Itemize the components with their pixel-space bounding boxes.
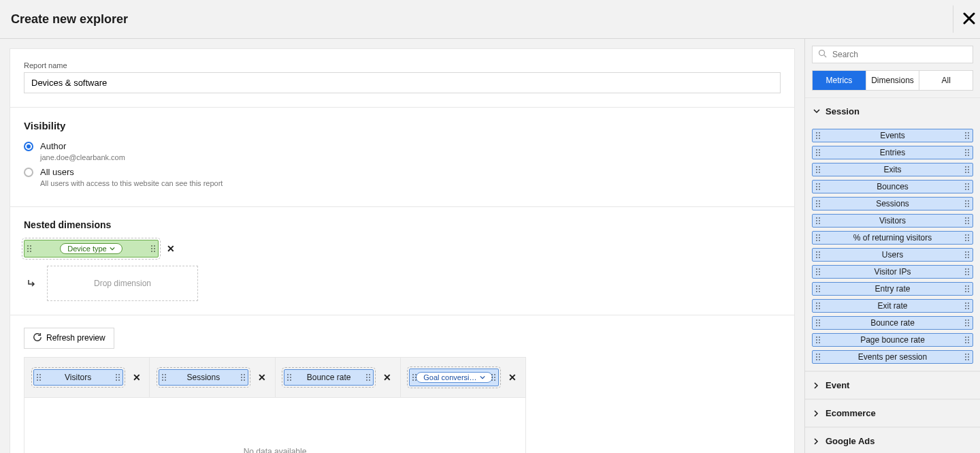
sidebar-metric-item[interactable]: % of returning visitors xyxy=(812,231,973,245)
indent-arrow-icon xyxy=(27,279,36,288)
sidebar-metric-label: Page bounce rate xyxy=(860,335,925,345)
remove-metric-button[interactable]: ✕ xyxy=(383,372,391,383)
grip-icon xyxy=(114,370,121,385)
sidebar-metric-label: Exit rate xyxy=(877,301,907,311)
sidebar: Metrics Dimensions All SessionEventsEntr… xyxy=(804,39,980,453)
sidebar-metric-label: Users xyxy=(882,250,903,260)
metric-label: Bounce rate xyxy=(307,373,351,382)
remove-metric-button[interactable]: ✕ xyxy=(508,372,517,383)
sidebar-metric-item[interactable]: Exits xyxy=(812,163,973,176)
close-button[interactable] xyxy=(953,5,980,33)
svg-line-7 xyxy=(824,55,826,57)
preview-column: Goal conversi… ✕ xyxy=(401,358,525,397)
search-icon xyxy=(818,49,827,60)
sidebar-category: Google Ads xyxy=(805,427,980,453)
remove-dimension-button[interactable]: ✕ xyxy=(167,243,175,254)
search-input-wrap[interactable] xyxy=(812,46,973,63)
section-visibility: Visibility Author jane.doe@clearbank.com… xyxy=(10,107,794,206)
metric-chip-sessions[interactable]: Sessions xyxy=(159,369,248,386)
section-preview: Refresh preview Visitors ✕ xyxy=(10,315,794,453)
metric-pill[interactable]: Goal conversi… xyxy=(416,372,492,383)
sidebar-category-header[interactable]: Google Ads xyxy=(805,428,980,453)
grip-icon xyxy=(815,351,821,363)
sidebar-metric-item[interactable]: Entry rate xyxy=(812,282,973,296)
metric-chip-bounce-rate[interactable]: Bounce rate xyxy=(284,369,374,386)
sidebar-tabs: Metrics Dimensions All xyxy=(812,70,973,91)
grip-icon xyxy=(964,198,970,210)
chevron-down-icon xyxy=(480,375,485,380)
sidebar-category: Ecommerce xyxy=(805,399,980,427)
sidebar-metric-item[interactable]: Page bounce rate xyxy=(812,333,973,347)
sidebar-category: Event xyxy=(805,371,980,399)
metric-label: Visitors xyxy=(65,373,91,382)
dimension-chip-device-type[interactable]: Device type xyxy=(24,240,159,257)
sidebar-category-header[interactable]: Ecommerce xyxy=(805,400,980,426)
grip-icon xyxy=(815,181,821,193)
grip-icon xyxy=(490,369,497,386)
radio-icon xyxy=(24,142,33,151)
tab-dimensions[interactable]: Dimensions xyxy=(866,71,920,90)
grip-icon xyxy=(964,317,970,329)
preview-column: Bounce rate ✕ xyxy=(276,358,401,397)
refresh-preview-button[interactable]: Refresh preview xyxy=(24,328,114,349)
sidebar-metric-item[interactable]: Events per session xyxy=(812,350,973,364)
chevron-right-icon xyxy=(813,410,820,417)
sidebar-metric-item[interactable]: Bounces xyxy=(812,180,973,193)
tab-all[interactable]: All xyxy=(919,71,973,90)
dimension-dropzone[interactable]: Drop dimension xyxy=(47,266,198,301)
sidebar-metric-label: Visitors xyxy=(879,216,906,225)
metric-label: Goal conversi… xyxy=(423,373,476,381)
sidebar-metric-label: % of returning visitors xyxy=(853,233,932,243)
sidebar-category-label: Session xyxy=(826,106,860,116)
dimension-pill[interactable]: Device type xyxy=(60,243,122,254)
remove-metric-button[interactable]: ✕ xyxy=(258,372,266,383)
sidebar-metric-label: Entry rate xyxy=(875,284,910,294)
grip-icon xyxy=(964,283,970,295)
grip-icon xyxy=(964,249,970,261)
visibility-option-author[interactable]: Author jane.doe@clearbank.com xyxy=(24,141,781,161)
sidebar-category-label: Google Ads xyxy=(826,436,875,446)
grip-icon xyxy=(964,146,970,159)
sidebar-metric-label: Bounce rate xyxy=(870,318,915,328)
radio-icon xyxy=(24,168,33,177)
grip-icon xyxy=(35,370,42,385)
sidebar-metric-item[interactable]: Events xyxy=(812,129,973,142)
report-name-label: Report name xyxy=(24,61,781,69)
search-input[interactable] xyxy=(831,49,967,60)
grip-icon xyxy=(815,249,821,261)
close-icon xyxy=(963,12,975,27)
sidebar-category-header[interactable]: Event xyxy=(805,372,980,399)
remove-metric-button[interactable]: ✕ xyxy=(133,372,141,383)
grip-icon xyxy=(964,266,970,278)
sidebar-metric-item[interactable]: Visitors xyxy=(812,214,973,228)
sidebar-metric-label: Events per session xyxy=(858,352,927,362)
grip-icon xyxy=(964,181,970,193)
grip-icon xyxy=(964,163,970,176)
visibility-title: Visibility xyxy=(24,120,781,131)
grip-icon xyxy=(815,146,821,159)
report-name-input[interactable] xyxy=(24,72,781,93)
grip-icon xyxy=(964,232,970,244)
sidebar-metric-label: Sessions xyxy=(876,199,909,208)
visibility-option-label: All users xyxy=(40,167,223,178)
sidebar-metric-item[interactable]: Exit rate xyxy=(812,299,973,313)
chevron-down-icon xyxy=(813,108,820,115)
sidebar-metric-item[interactable]: Bounce rate xyxy=(812,316,973,330)
page-title: Create new explorer xyxy=(11,12,128,27)
sidebar-metric-item[interactable]: Users xyxy=(812,248,973,262)
sidebar-metric-item[interactable]: Entries xyxy=(812,146,973,159)
visibility-option-all-users[interactable]: All users All users with access to this … xyxy=(24,167,781,187)
grip-icon xyxy=(26,240,33,257)
metric-label: Sessions xyxy=(187,373,220,382)
dimension-label: Device type xyxy=(67,245,106,253)
sidebar-metric-item[interactable]: Sessions xyxy=(812,197,973,210)
metric-chip-visitors[interactable]: Visitors xyxy=(33,369,123,386)
sidebar-category-header[interactable]: Session xyxy=(805,98,980,125)
grip-icon xyxy=(815,300,821,312)
sidebar-metric-item[interactable]: Visitor IPs xyxy=(812,265,973,279)
sidebar-metric-label: Bounces xyxy=(877,182,909,191)
tab-metrics[interactable]: Metrics xyxy=(813,71,866,90)
metric-chip-goal-conversion[interactable]: Goal conversi… xyxy=(409,369,499,386)
grip-icon xyxy=(964,215,970,227)
grip-icon xyxy=(964,129,970,142)
